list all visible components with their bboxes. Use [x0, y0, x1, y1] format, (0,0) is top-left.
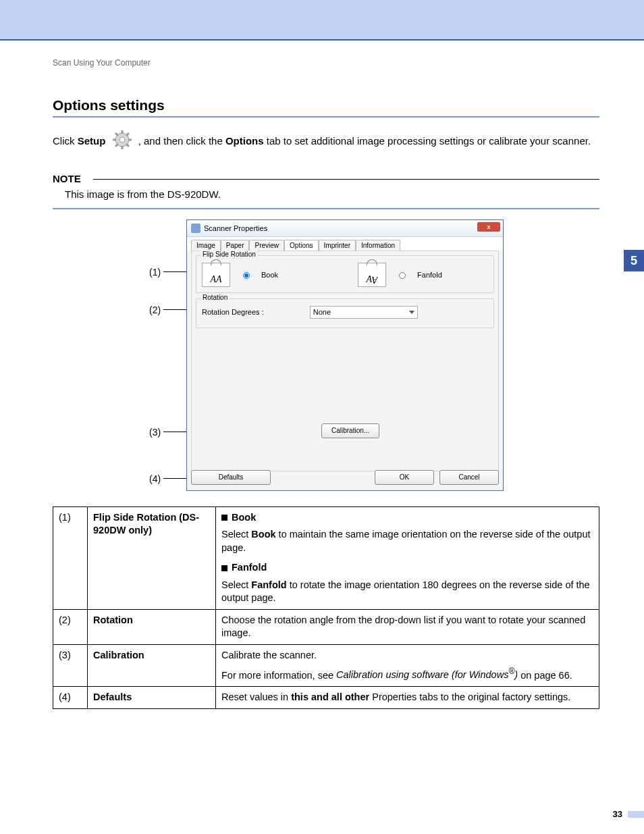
rotation-value: None: [313, 308, 331, 316]
rotation-group: Rotation Rotation Degrees : None: [196, 298, 494, 328]
rotation-legend: Rotation: [200, 294, 230, 301]
callout-3: (3): [149, 427, 190, 438]
scanner-properties-dialog: Scanner Properties x Image Paper Preview…: [186, 219, 504, 491]
r1-p1b: Book: [251, 529, 275, 540]
cell-r2-n: (2): [53, 609, 88, 644]
r1-h1: Book: [232, 512, 256, 523]
cell-r2-label: Rotation: [88, 609, 216, 644]
page-title: Options settings: [53, 97, 599, 113]
note-heading-row: NOTE: [53, 170, 599, 183]
dialog-title: Scanner Properties: [204, 224, 267, 232]
svg-line-6: [115, 133, 118, 136]
gear-icon: [111, 130, 134, 155]
r4-a: Reset values in: [221, 692, 291, 702]
intro-options: Options: [225, 135, 264, 147]
intro-setup: Setup: [78, 135, 106, 147]
radio-book[interactable]: [243, 272, 250, 279]
note-label: NOTE: [53, 173, 81, 184]
intro-paragraph: Click Setup , and then click the Options…: [53, 130, 599, 155]
fanfold-orientation-icon: AA: [358, 263, 386, 287]
svg-line-8: [126, 133, 129, 136]
tab-body: Flip Side Rotation AA Book AA Fanfold R: [191, 251, 499, 471]
cell-r4-label: Defaults: [88, 686, 216, 708]
note-rule: [93, 179, 599, 180]
r3-l2d: on page 66.: [518, 669, 572, 680]
intro-pre: Click: [53, 135, 78, 147]
svg-point-1: [119, 137, 125, 142]
r1-h2: Fanfold: [232, 562, 267, 573]
tab-preview[interactable]: Preview: [249, 240, 284, 251]
content: Scan Using Your Computer Options setting…: [53, 58, 599, 709]
heading-divider: [53, 116, 599, 118]
screenshot-figure: (1) (2) (3) (4) Scanner Properties x Ima…: [53, 219, 599, 493]
rotation-select[interactable]: None: [310, 306, 418, 319]
ok-button[interactable]: OK: [375, 470, 434, 485]
c4-label: (4): [149, 473, 161, 484]
cell-r1-label: Flip Side Rotation (DS-920DW only): [88, 506, 216, 609]
r3-l2sup: ®: [508, 667, 514, 677]
scanner-icon: [191, 224, 200, 233]
note-bottom-rule: [53, 208, 599, 209]
close-button[interactable]: x: [477, 222, 500, 232]
rotation-label: Rotation Degrees :: [202, 308, 264, 316]
breadcrumb: Scan Using Your Computer: [53, 58, 599, 68]
r1-p2a: Select: [221, 579, 251, 590]
r3-l2a: For more information, see: [221, 669, 336, 680]
tab-options[interactable]: Options: [284, 240, 318, 251]
intro-post: tab to set additional image processing s…: [267, 135, 591, 147]
cell-r3-desc: Calibrate the scanner. For more informat…: [216, 645, 599, 687]
top-rule: [0, 39, 644, 41]
r3-l1: Calibrate the scanner.: [221, 649, 593, 662]
c1-label: (1): [149, 267, 161, 278]
chevron-down-icon: [409, 311, 414, 314]
svg-line-9: [115, 144, 118, 147]
flip-row: AA Book AA Fanfold: [202, 263, 488, 287]
callout-column: (1) (2) (3) (4): [149, 219, 190, 493]
book-orientation-icon: AA: [202, 263, 230, 287]
table-row: (4) Defaults Reset values in this and al…: [53, 686, 599, 708]
top-band: [0, 0, 644, 39]
callout-2: (2): [149, 305, 190, 315]
tab-information[interactable]: Information: [356, 240, 400, 251]
page-number: 33: [613, 809, 622, 819]
cell-r1-n: (1): [53, 506, 88, 609]
tab-paper[interactable]: Paper: [221, 240, 250, 251]
flip-legend: Flip Side Rotation: [200, 251, 258, 258]
r4-b: this and all other: [291, 692, 369, 702]
r1-p2b: Fanfold: [251, 579, 286, 590]
tab-strip: Image Paper Preview Options Imprinter In…: [187, 237, 503, 251]
svg-line-7: [126, 144, 129, 147]
callout-1: (1): [149, 267, 190, 278]
intro-mid: , and then click the: [138, 135, 225, 147]
cell-r4-n: (4): [53, 686, 88, 708]
calibration-button[interactable]: Calibration...: [321, 423, 379, 438]
table-row: (2) Rotation Choose the rotation angle f…: [53, 609, 599, 644]
chapter-tab: 5: [624, 250, 644, 271]
cell-r3-n: (3): [53, 645, 88, 687]
c3-label: (3): [149, 427, 161, 438]
cell-r4-desc: Reset values in this and all other Prope…: [216, 686, 599, 708]
radio-fanfold[interactable]: [399, 272, 406, 279]
cell-r2-desc: Choose the rotation angle from the drop-…: [216, 609, 599, 644]
dialog-titlebar: Scanner Properties x: [187, 220, 503, 237]
tab-imprinter[interactable]: Imprinter: [319, 240, 356, 251]
rotation-row: Rotation Degrees : None: [202, 306, 488, 319]
cancel-button[interactable]: Cancel: [439, 470, 499, 485]
radio-fanfold-label: Fanfold: [417, 271, 442, 279]
table-row: (3) Calibration Calibrate the scanner. F…: [53, 645, 599, 687]
radio-book-label: Book: [261, 271, 278, 279]
cell-r1-desc: Book Select Book to maintain the same im…: [216, 506, 599, 609]
table-row: (1) Flip Side Rotation (DS-920DW only) B…: [53, 506, 599, 609]
defaults-button[interactable]: Defaults: [191, 470, 271, 485]
r1-p1a: Select: [221, 529, 251, 540]
note-text: This image is from the DS-920DW.: [65, 188, 599, 200]
cell-r3-label: Calibration: [88, 645, 216, 687]
page-number-band: [628, 811, 644, 818]
flip-side-rotation-group: Flip Side Rotation AA Book AA Fanfold: [196, 255, 494, 293]
square-bullet-icon: [221, 565, 227, 571]
callout-4: (4): [149, 473, 190, 484]
page: 5 Scan Using Your Computer Options setti…: [0, 0, 644, 834]
r4-c: Properties tabs to the original factory …: [369, 692, 570, 702]
tab-image[interactable]: Image: [191, 240, 221, 251]
r3-l2b: Calibration using software (for Windows: [336, 669, 508, 680]
